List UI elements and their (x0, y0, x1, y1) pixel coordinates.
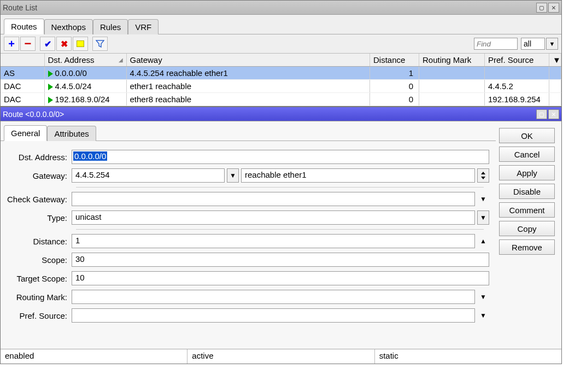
filter-select[interactable]: all (521, 38, 545, 50)
dropdown-icon: ▼ (230, 172, 236, 179)
row-scope: Scope: 30 (3, 253, 489, 267)
row-target-scope: Target Scope: 10 (3, 271, 489, 285)
dropdown-icon: ▼ (480, 214, 486, 221)
gateway-updown-button[interactable] (477, 168, 489, 183)
add-button[interactable]: + (4, 37, 19, 51)
input-distance[interactable]: 1 (72, 234, 475, 248)
col-gateway[interactable]: Gateway (126, 54, 370, 67)
route-list-tabs: Routes Nexthops Rules VRF (1, 15, 561, 34)
comment-button[interactable] (73, 37, 88, 51)
input-routing-mark[interactable] (72, 290, 475, 304)
filter-button[interactable] (92, 37, 108, 51)
input-check-gateway[interactable] (72, 192, 475, 206)
find-input[interactable] (474, 38, 518, 50)
note-icon (77, 40, 84, 47)
gateway-dropdown-button[interactable]: ▼ (227, 168, 239, 183)
cell-dst: 0.0.0.0/0 (44, 67, 126, 80)
cell-routing-mark (419, 93, 485, 106)
comment-button[interactable]: Comment (499, 202, 555, 218)
cell-distance: 0 (370, 80, 419, 93)
minimize-button[interactable]: ▢ (536, 109, 547, 119)
label-target-scope: Target Scope: (3, 274, 72, 283)
dst-address-value: 0.0.0.0/0 (73, 151, 107, 161)
table-row[interactable]: AS 0.0.0.0/0 4.4.5.254 reachable ether1 … (1, 67, 561, 80)
col-pref-source[interactable]: Pref. Source (485, 54, 549, 67)
minimize-button[interactable]: ▢ (536, 3, 547, 13)
table-row[interactable]: DAC 192.168.9.0/24 ether8 reachable 0 19… (1, 93, 561, 106)
window-title: Route List (3, 3, 535, 12)
label-pref-source: Pref. Source: (3, 311, 72, 320)
col-routing-mark[interactable]: Routing Mark (419, 54, 485, 67)
cell-gateway: ether1 reachable (126, 80, 370, 93)
ok-button[interactable]: OK (499, 128, 555, 143)
input-scope[interactable]: 30 (72, 253, 489, 267)
window-title: Route <0.0.0.0/0> (3, 110, 535, 119)
route-list-title-bar[interactable]: Route List ▢ ✕ (1, 1, 561, 15)
input-gateway[interactable]: 4.4.5.254 (72, 168, 225, 183)
col-flags[interactable] (1, 54, 44, 67)
close-icon: ✕ (552, 4, 556, 11)
close-button[interactable]: ✕ (548, 3, 559, 13)
input-pref-source[interactable] (72, 308, 475, 323)
input-type[interactable]: unicast (72, 210, 475, 225)
label-scope: Scope: (3, 255, 72, 265)
routes-table[interactable]: Dst. Address◢ Gateway Distance Routing M… (1, 54, 561, 106)
tab-general[interactable]: General (4, 125, 47, 141)
table-header-row: Dst. Address◢ Gateway Distance Routing M… (1, 54, 561, 67)
tab-vrf[interactable]: VRF (128, 19, 159, 34)
tab-attributes[interactable]: Attributes (47, 126, 96, 141)
table-row[interactable]: DAC 4.4.5.0/24 ether1 reachable 0 4.4.5.… (1, 80, 561, 93)
tab-routes[interactable]: Routes (4, 19, 44, 34)
pref-source-dropdown-button[interactable]: ▼ (477, 308, 489, 323)
tab-rules[interactable]: Rules (93, 19, 128, 34)
close-icon: ✕ (552, 110, 556, 118)
minimize-icon: ▢ (539, 110, 544, 118)
row-distance: Distance: 1 ▲ (3, 234, 489, 248)
remove-button[interactable]: Remove (499, 239, 555, 255)
route-detail-tabs: General Attributes (1, 121, 496, 141)
divider (76, 229, 484, 230)
row-routing-mark: Routing Mark: ▼ (3, 290, 489, 304)
routing-mark-dropdown-button[interactable]: ▼ (477, 290, 489, 304)
label-distance: Distance: (3, 237, 72, 246)
input-dst-address[interactable]: 0.0.0.0/0 (72, 150, 489, 164)
col-dst[interactable]: Dst. Address◢ (44, 54, 126, 67)
minus-icon: − (25, 38, 32, 50)
enable-button[interactable]: ✔ (40, 37, 55, 51)
funnel-icon (96, 39, 104, 48)
input-target-scope[interactable]: 10 (72, 271, 489, 285)
down-triangle-icon: ▼ (549, 40, 555, 47)
col-distance[interactable]: Distance (370, 54, 419, 67)
apply-button[interactable]: Apply (499, 165, 555, 180)
cell-distance: 0 (370, 93, 419, 106)
type-dropdown-button[interactable]: ▼ (477, 210, 489, 225)
cell-flags: DAC (1, 93, 44, 106)
row-type: Type: unicast ▼ (3, 210, 489, 225)
check-gateway-dropdown-button[interactable]: ▼ (477, 192, 489, 206)
route-detail-title-bar[interactable]: Route <0.0.0.0/0> ▢ ✕ (1, 107, 561, 121)
active-icon (48, 84, 53, 90)
filter-dropdown-button[interactable]: ▼ (546, 38, 558, 50)
plus-icon: + (8, 38, 15, 49)
status-static: static (375, 349, 561, 364)
dropdown-icon: ▼ (480, 312, 486, 319)
label-routing-mark: Routing Mark: (3, 292, 72, 302)
cell-dst: 4.4.5.0/24 (44, 80, 126, 93)
distance-collapse-button[interactable]: ▲ (477, 234, 489, 248)
copy-button[interactable]: Copy (499, 221, 555, 236)
columns-menu-button[interactable]: ▼ (549, 54, 561, 67)
remove-button[interactable]: − (20, 37, 36, 51)
row-dst-address: Dst. Address: 0.0.0.0/0 (3, 150, 489, 164)
disable-button[interactable]: ✖ (56, 37, 72, 51)
cancel-button[interactable]: Cancel (499, 147, 555, 162)
close-button[interactable]: ✕ (548, 109, 559, 119)
tab-nexthops[interactable]: Nexthops (44, 19, 93, 34)
disable-button[interactable]: Disable (499, 184, 555, 199)
active-icon (48, 97, 53, 103)
cell-gateway: 4.4.5.254 reachable ether1 (126, 67, 370, 80)
active-icon (48, 71, 53, 77)
cell-routing-mark (419, 67, 485, 80)
spinner-icon (480, 172, 486, 179)
route-list-toolbar: + − ✔ ✖ all ▼ (1, 34, 561, 54)
cell-flags: AS (1, 67, 44, 80)
